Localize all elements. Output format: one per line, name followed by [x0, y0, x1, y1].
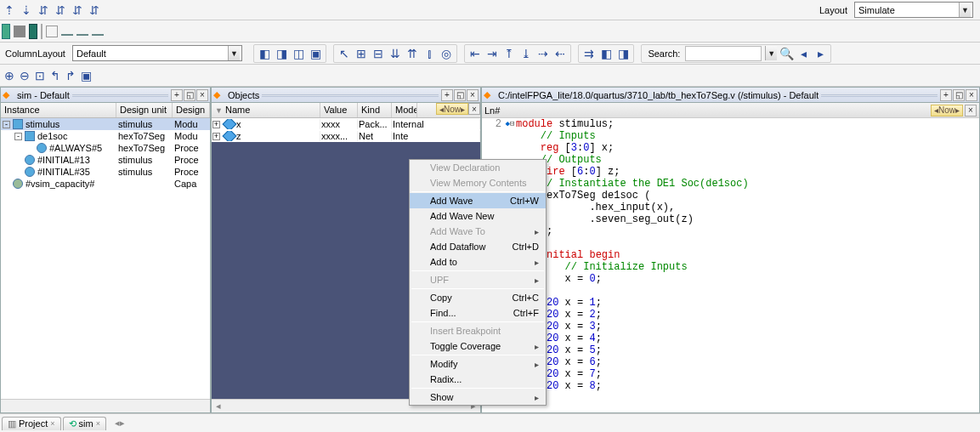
ctx-find-[interactable]: Find...Ctrl+F: [410, 305, 546, 321]
toolbar-group: ↖ ⊞ ⊟ ⇊ ⇈ ⫿ ◎: [333, 44, 457, 63]
tool-icon[interactable]: ⇊: [388, 46, 403, 61]
close-icon[interactable]: ×: [50, 419, 54, 428]
panel-plus-icon[interactable]: +: [940, 89, 952, 101]
search-go-icon[interactable]: 🔍: [779, 46, 794, 61]
step-icon[interactable]: ⤓: [518, 46, 534, 61]
ctx-add-wave-new[interactable]: Add Wave New: [410, 208, 546, 224]
tab-sim[interactable]: ⟲ sim ×: [63, 417, 106, 430]
close-icon[interactable]: ×: [96, 419, 100, 428]
panel-close-icon[interactable]: ×: [468, 103, 480, 115]
tool-icon[interactable]: ◧: [257, 46, 272, 61]
ctx-add-dataflow[interactable]: Add DataflowCtrl+D: [410, 239, 546, 254]
search-label: Search:: [644, 48, 683, 59]
pulse-icon[interactable]: [61, 27, 73, 36]
ctx-add-wave[interactable]: Add WaveCtrl+W: [410, 193, 546, 208]
col-designunit[interactable]: Design unit: [116, 103, 173, 117]
tool-icon[interactable]: ◨: [274, 46, 289, 61]
cursor-right-icon[interactable]: ↱: [63, 68, 78, 83]
signal-icon[interactable]: ⇵: [87, 3, 102, 18]
columnlayout-select[interactable]: Default ▼: [72, 45, 242, 61]
step-icon[interactable]: ⤒: [501, 46, 517, 61]
sim-tree-row[interactable]: -stimulusstimulusModu: [1, 118, 210, 130]
sim-tree-row[interactable]: #INITIAL#13stimulusProce: [1, 154, 210, 166]
tab-project[interactable]: ▥ Project ×: [2, 417, 61, 430]
block-icon[interactable]: [46, 26, 58, 37]
search-input[interactable]: [685, 46, 762, 61]
tool-icon[interactable]: ◨: [615, 46, 631, 61]
panel-dock-icon[interactable]: ◱: [953, 89, 965, 101]
col-kind[interactable]: Kind: [358, 103, 392, 117]
ctx-add-to[interactable]: Add to▸: [410, 254, 546, 270]
source-code[interactable]: 2◆⊟module stimulus; // Inputs reg [3:0] …: [482, 118, 979, 412]
step-icon[interactable]: ⇢: [535, 46, 551, 61]
ctx-modify[interactable]: Modify▸: [410, 356, 546, 372]
source-panel-title: C:/intelFPGA_lite/18.0/quartus/3710_lab/…: [498, 90, 819, 100]
object-row[interactable]: + zxxxx...NetInte: [212, 130, 480, 142]
panel-dock-icon[interactable]: ◱: [184, 89, 195, 101]
panel-dock-icon[interactable]: ◱: [454, 89, 466, 101]
signal-icon[interactable]: ⇣: [19, 3, 34, 18]
scroll-left-icon[interactable]: ◂: [212, 401, 225, 412]
signal-icon[interactable]: ⇵: [70, 3, 85, 18]
panel-close-icon[interactable]: ×: [467, 89, 479, 101]
zoom-out-icon[interactable]: ⊖: [17, 68, 32, 83]
ctx-show[interactable]: Show▸: [410, 389, 546, 405]
tab-scroll-right-icon[interactable]: ▸: [120, 418, 125, 429]
sim-tree-row[interactable]: #ALWAYS#5hexTo7SegProce: [1, 142, 210, 154]
now-button[interactable]: ◂ Now ▸: [436, 103, 468, 115]
sim-tree-row[interactable]: -de1sochexTo7SegModu: [1, 130, 210, 142]
expand-icon[interactable]: ▣: [78, 68, 93, 83]
block-icon[interactable]: [29, 24, 37, 39]
sim-tree-row[interactable]: #vsim_capacity#Capa: [1, 178, 210, 190]
layout-select[interactable]: Simulate ▼: [854, 2, 973, 18]
now-button[interactable]: ◂ Now ▸: [931, 105, 963, 117]
col-design[interactable]: Design: [173, 103, 210, 117]
toolbar-group: ◧ ◨ ◫ ▣: [253, 44, 326, 63]
panel-close-icon[interactable]: ×: [966, 89, 977, 101]
step-icon[interactable]: ⇤: [467, 46, 483, 61]
tool-icon[interactable]: ⇈: [405, 46, 420, 61]
panel-close-icon[interactable]: ×: [196, 89, 208, 101]
panel-plus-icon[interactable]: +: [441, 89, 453, 101]
tool-icon[interactable]: ◫: [291, 46, 306, 61]
col-instance[interactable]: Instance: [1, 103, 116, 117]
col-mode[interactable]: Mode: [392, 103, 417, 117]
tool-icon[interactable]: ◎: [439, 46, 454, 61]
tool-icon[interactable]: ◧: [598, 46, 614, 61]
layout-label: Layout: [816, 5, 851, 15]
panel-icon: ◆: [484, 89, 496, 101]
object-row[interactable]: + xxxxxPack...Internal: [212, 118, 480, 130]
block-icon[interactable]: [14, 26, 25, 37]
cursor-left-icon[interactable]: ↰: [48, 68, 63, 83]
chevron-down-icon[interactable]: ▼: [765, 46, 777, 60]
search-prev-icon[interactable]: ◂: [796, 46, 811, 61]
tool-icon[interactable]: ⊞: [354, 46, 369, 61]
cursor-icon[interactable]: ↖: [337, 46, 352, 61]
col-name[interactable]: ▼ Name: [212, 103, 320, 117]
sim-tree-row[interactable]: #INITIAL#35stimulusProce: [1, 166, 210, 178]
signal-icon[interactable]: ⇡: [2, 3, 17, 18]
zoom-in-icon[interactable]: ⊕: [2, 68, 17, 83]
tool-icon[interactable]: ⫿: [422, 46, 437, 61]
ctx-radix-[interactable]: Radix...: [410, 372, 546, 387]
pulse-icon[interactable]: [76, 27, 88, 36]
ctx-toggle-coverage[interactable]: Toggle Coverage▸: [410, 338, 546, 354]
block-icon[interactable]: [2, 24, 10, 39]
col-value[interactable]: Value: [320, 103, 358, 117]
merge-icon[interactable]: ⇉: [581, 46, 597, 61]
panel-close-icon[interactable]: ×: [965, 105, 977, 117]
search-next-icon[interactable]: ▸: [813, 46, 828, 61]
panel-plus-icon[interactable]: +: [171, 89, 183, 101]
signal-icon[interactable]: ⇵: [36, 3, 51, 18]
tool-icon[interactable]: ⊟: [371, 46, 386, 61]
tool-icon[interactable]: ▣: [308, 46, 323, 61]
sep-icon: [41, 24, 42, 39]
zoom-fit-icon[interactable]: ⊡: [32, 68, 48, 83]
pulse-icon[interactable]: [92, 27, 104, 36]
step-icon[interactable]: ⇥: [484, 46, 500, 61]
ctx-copy[interactable]: CopyCtrl+C: [410, 290, 546, 305]
step-icon[interactable]: ⇠: [552, 46, 568, 61]
ctx-insert-breakpoint: Insert Breakpoint: [410, 323, 546, 338]
signal-icon[interactable]: ⇵: [53, 3, 68, 18]
sim-tree[interactable]: -stimulusstimulusModu-de1sochexTo7SegMod…: [1, 118, 210, 399]
